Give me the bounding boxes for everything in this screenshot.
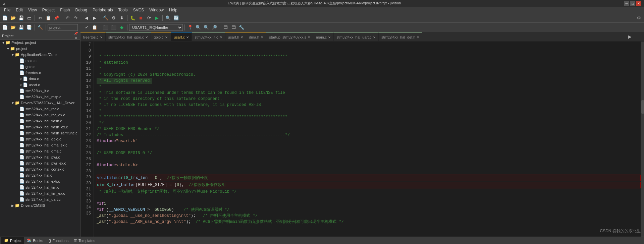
menu-item-svcs[interactable]: SVCS — [130, 7, 147, 13]
replace-button[interactable]: 🔄 — [172, 14, 180, 22]
tb2-icon4[interactable]: 🔎 — [211, 24, 218, 31]
project-name-input[interactable] — [48, 24, 78, 31]
copy-button[interactable]: 📋 — [45, 14, 52, 22]
tree-item-25[interactable]: 📄stm32f4xx_hal_tim_ex.c — [0, 190, 80, 196]
tb2-build[interactable]: 🔨 — [37, 24, 44, 31]
tb2-view2[interactable]: 🗔 — [230, 24, 237, 31]
run-button[interactable]: ▶ — [153, 14, 161, 22]
bottom-tab-functions[interactable]: {}Functions — [46, 237, 71, 244]
tab-gpio-c[interactable]: gpio.c✕ — [151, 33, 171, 41]
tb2-icon3[interactable]: 🔍 — [203, 24, 210, 31]
menu-item-debug[interactable]: Debug — [73, 7, 90, 13]
settings-button[interactable]: ⚙ — [635, 14, 643, 22]
rebuild-button[interactable]: ⚙ — [110, 14, 117, 22]
tree-item-0[interactable]: ▼📁Project: project — [0, 40, 80, 46]
tab-stm32f4xx_it-c[interactable]: stm32f4xx_it.c✕ — [192, 33, 225, 41]
debug-button[interactable]: 🐛 — [129, 14, 137, 22]
panel-pin-button[interactable]: 📌 — [73, 32, 78, 36]
open-button[interactable]: 📂 — [9, 14, 17, 22]
undo-button[interactable]: ↶ — [64, 14, 71, 22]
tab-close-0[interactable]: ✕ — [100, 36, 103, 39]
tab-stm32f4xx_hal_def-h[interactable]: stm32f4xx_hal_def.h✕ — [379, 33, 423, 41]
tree-item-2[interactable]: ▼📁Application/User/Core — [0, 52, 80, 58]
menu-item-peripherals[interactable]: Peripherals — [90, 7, 116, 13]
tree-item-24[interactable]: 📄stm32f4xx_hal_tim.c — [0, 184, 80, 190]
tree-item-4[interactable]: 📄gpio.c — [0, 64, 80, 70]
tree-item-3[interactable]: 📄main.c — [0, 58, 80, 64]
menu-item-window[interactable]: Window — [147, 7, 166, 13]
tb2-select2[interactable]: 📋 — [91, 24, 98, 31]
tree-item-12[interactable]: 📄stm32f4xx_hal_rcc_ex.c — [0, 112, 80, 118]
tb2-icon2[interactable]: 🔍 — [195, 24, 202, 31]
tree-item-13[interactable]: 📄stm32f4xx_hal_flash.c — [0, 118, 80, 124]
function-dropdown[interactable]: USART1_IRQHandler — [129, 24, 183, 31]
tb2-btn3[interactable]: 💾 — [17, 24, 25, 31]
editor-scroll[interactable] — [641, 42, 644, 237]
tab-stm32f4xx_hal_uart-c[interactable]: stm32f4xx_hal_uart.c✕ — [334, 33, 379, 41]
tree-item-23[interactable]: 📄stm32f4xx_hal_exti.c — [0, 178, 80, 184]
stop-button[interactable]: ⏹ — [137, 14, 145, 22]
tab-close-9[interactable]: ✕ — [373, 36, 376, 39]
tree-item-1[interactable]: ▼📁project — [0, 46, 80, 52]
code-content[interactable]: * **************************************… — [94, 42, 641, 237]
redo-button[interactable]: ↷ — [72, 14, 79, 22]
save-button[interactable]: 💾 — [17, 14, 25, 22]
tabs-scroll-right[interactable]: ▶ — [626, 32, 634, 41]
tb2-green1[interactable]: ⬛ — [102, 24, 109, 31]
tree-item-14[interactable]: 📄stm32f4xx_hal_flash_ex.c — [0, 124, 80, 130]
menu-item-help[interactable]: Help — [166, 7, 180, 13]
tree-item-18[interactable]: 📄stm32f4xx_hal_dma.c — [0, 148, 80, 154]
close-button[interactable]: ✕ — [636, 1, 641, 6]
tree-item-9[interactable]: 📄stm32f4xx_hal_msp.c — [0, 94, 80, 100]
tab-close-7[interactable]: ✕ — [308, 36, 310, 39]
bottom-tab-books[interactable]: 📚Books — [24, 237, 46, 244]
paste-button[interactable]: 📌 — [53, 14, 60, 22]
bottom-tab-project[interactable]: 📁Project — [1, 237, 24, 244]
bottom-tab-templates[interactable]: ◫Templates — [71, 237, 98, 244]
tab-close-10[interactable]: ✕ — [417, 36, 419, 39]
tree-item-19[interactable]: 📄stm32f4xx_hal_pwr.c — [0, 154, 80, 160]
tab-close-2[interactable]: ✕ — [165, 36, 168, 39]
tree-item-10[interactable]: ▼📁Drivers/STM32F4xx_HAL_Driver — [0, 100, 80, 106]
tree-item-17[interactable]: 📄stm32f4xx_hal_dma_ex.c — [0, 142, 80, 148]
tab-usart-c[interactable]: usart.c✕ — [171, 33, 192, 41]
tab-startup_stm32f407xx-s[interactable]: startup_stm32f407xx.s✕ — [266, 33, 313, 41]
tab-close-5[interactable]: ✕ — [240, 36, 243, 39]
download-button[interactable]: ⬇ — [118, 14, 125, 22]
menu-item-view[interactable]: View — [25, 7, 40, 13]
menu-item-flash[interactable]: Flash — [57, 7, 72, 13]
tree-item-5[interactable]: 📄freertos.c — [0, 70, 80, 76]
tb2-btn1[interactable]: 📄 — [1, 24, 9, 31]
tab-close-3[interactable]: ✕ — [186, 36, 189, 39]
menu-item-file[interactable]: File — [1, 7, 13, 13]
tab-close-1[interactable]: ✕ — [145, 36, 148, 39]
tb2-btn4[interactable]: 📑 — [25, 24, 33, 31]
tab-main-c[interactable]: main.c✕ — [313, 33, 334, 41]
tab-stm32f4xx_hal_gpio-c[interactable]: stm32f4xx_hal_gpio.c✕ — [106, 33, 151, 41]
forward-button[interactable]: ▶ — [91, 14, 98, 22]
tb2-green3[interactable]: ◆ — [118, 24, 125, 31]
find-button[interactable]: 🔍 — [164, 14, 172, 22]
tb2-icon1[interactable]: 📍 — [186, 24, 194, 31]
menu-item-edit[interactable]: Edit — [13, 7, 25, 13]
tree-item-26[interactable]: 📄stm32f4xx_hal_uart.c — [0, 196, 80, 202]
tree-item-16[interactable]: 📄stm32f4xx_hal_gpio.c — [0, 136, 80, 142]
cut-button[interactable]: ✂ — [37, 14, 44, 22]
new-file-button[interactable]: 📄 — [1, 14, 9, 22]
tb2-btn2[interactable]: 📂 — [9, 24, 17, 31]
tree-item-7[interactable]: ⊕📄usart.c — [0, 82, 80, 88]
build-button[interactable]: 🔨 — [102, 14, 109, 22]
tree-item-6[interactable]: ⊕📄dma.c — [0, 76, 80, 82]
back-button[interactable]: ◀ — [83, 14, 90, 22]
tab-close-4[interactable]: ✕ — [220, 36, 222, 39]
minimize-button[interactable]: ─ — [624, 1, 629, 6]
tree-item-27[interactable]: ▶📁Drivers/CMSIS — [0, 202, 80, 208]
step-over-button[interactable]: ⟳ — [145, 14, 153, 22]
tb2-select1[interactable]: ✓ — [83, 24, 90, 31]
tree-item-11[interactable]: 📄stm32f4xx_hal_rcc.c — [0, 106, 80, 112]
tree-item-15[interactable]: 📄stm32f4xx_hal_flash_ramfunc.c — [0, 130, 80, 136]
tb2-green2[interactable]: ⬛ — [110, 24, 117, 31]
tab-close-6[interactable]: ✕ — [261, 36, 263, 39]
tab-dma-h[interactable]: dma.h✕ — [246, 33, 266, 41]
menu-item-project[interactable]: Project — [40, 7, 57, 13]
